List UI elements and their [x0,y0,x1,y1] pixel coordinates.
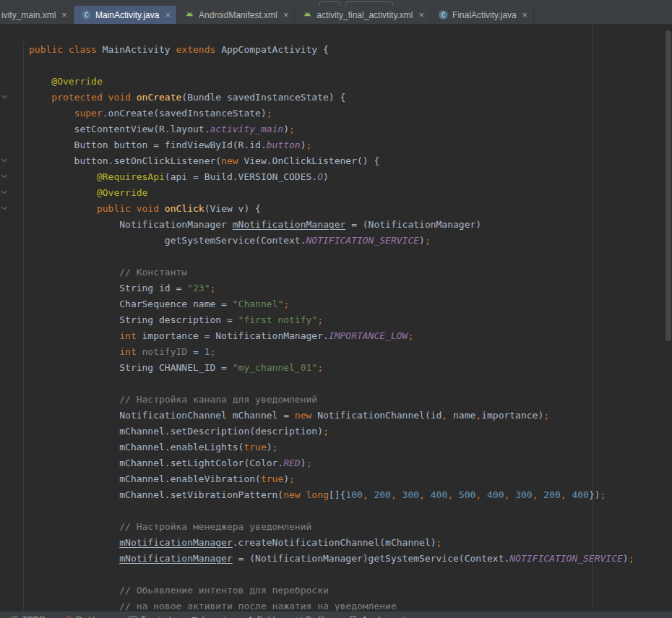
tab-close-icon[interactable]: × [61,10,67,20]
code-line[interactable]: mChannel.setLightColor(Color.RED); [0,455,665,471]
scrollbar-thumb[interactable] [665,30,671,341]
code-line[interactable]: NotificationChannel mChannel = new Notif… [0,408,665,424]
code-text: // Настройка канала для уведомлений [24,392,317,408]
code-line[interactable]: String id = "23"; [0,280,665,296]
tab-label: AndroidManifest.xml [199,10,277,20]
tab-AndroidManifest.xml[interactable]: AndroidManifest.xml× [177,6,295,24]
gutter [0,535,24,551]
code-line[interactable]: mChannel.setVibrationPattern(new long[]{… [0,487,665,503]
code-line[interactable]: public void onClick(View v) { [0,201,665,217]
tab-activity_final_activtity.xml[interactable]: activity_final_activtity.xml× [295,6,431,24]
code-line[interactable]: public class MainActivity extends AppCom… [0,42,665,58]
tab-ivity_main.xml[interactable]: ivity_main.xml× [0,6,74,24]
code-editor[interactable]: public class MainActivity extends AppCom… [0,25,672,611]
code-line[interactable] [0,376,665,392]
code-text: mChannel.enableVibration(true); [24,471,295,487]
tab-FinalActivity.java[interactable]: CFinalActivity.java× [431,6,534,24]
code-line[interactable]: setContentView(R.layout.activity_main); [0,121,665,137]
gutter [0,598,24,611]
tool-window-button-logcat[interactable]: Logcat [190,615,226,618]
fold-chevron-icon[interactable] [1,173,8,180]
tool-window-button-app-inspection[interactable]: App Inspection [350,615,415,618]
editor-tab-bar: ivity_main.xml×CMainActivity.java×Androi… [0,6,672,25]
main-toolbar [0,0,672,6]
editor-scrollbar[interactable] [665,25,672,611]
code-line[interactable]: protected void onCreate(Bundle savedInst… [0,90,665,106]
tool-window-bar: TODOProblemsTerminalLogcatBuildProfilerA… [0,611,672,618]
tab-close-icon[interactable]: × [165,10,171,20]
code-line[interactable]: int notifyID = 1; [0,344,665,360]
code-text [24,503,29,519]
gutter [0,296,24,312]
tool-window-button-terminal[interactable]: Terminal [129,615,171,618]
tool-window-button-todo[interactable]: TODO [10,615,46,618]
fold-chevron-icon[interactable] [1,157,8,164]
code-text: String id = "23"; [24,280,215,296]
fold-chevron-icon[interactable] [1,93,8,100]
tool-window-label: Terminal [141,615,171,618]
gutter [0,169,24,185]
code-line[interactable]: mChannel.setDescription(description); [0,424,665,439]
todo-icon [10,615,19,618]
fold-chevron-icon[interactable] [1,205,8,212]
android-icon [302,9,313,20]
tool-window-label: App Inspection [362,615,415,618]
gutter [0,280,24,296]
code-text: NotificationManager mNotificationManager… [24,217,481,233]
tab-close-icon[interactable]: × [283,10,289,20]
tool-window-button-build[interactable]: Build [245,615,275,618]
gutter [0,121,24,137]
code-text: // Настройка менеджера уведомлений [24,519,311,535]
tab-MainActivity.java[interactable]: CMainActivity.java× [74,6,177,24]
gutter [0,583,24,598]
code-line[interactable]: // Настройка канала для уведомлений [0,392,665,408]
gutter [0,360,24,376]
code-area[interactable]: public class MainActivity extends AppCom… [0,25,665,611]
code-text: // Константы [24,265,187,280]
code-line[interactable]: @Override [0,74,665,90]
code-line[interactable]: mChannel.enableVibration(true); [0,471,665,487]
gutter [0,455,24,471]
gutter [0,567,24,583]
code-text: int importance = NotificationManager.IMP… [24,328,413,344]
code-line[interactable] [0,58,665,74]
code-text: mNotificationManager = (NotificationMana… [24,551,634,567]
code-line[interactable]: String CHANNEL_ID = "my_channel_01"; [0,360,665,376]
gutter [0,503,24,519]
code-line[interactable]: // Константы [0,265,665,280]
code-line[interactable]: NotificationManager mNotificationManager… [0,217,665,233]
code-line[interactable]: super.onCreate(savedInstanceState); [0,106,665,121]
tool-window-label: TODO [22,615,46,618]
code-line[interactable] [0,249,665,265]
code-text: int notifyID = 1; [24,344,215,360]
code-line[interactable]: int importance = NotificationManager.IMP… [0,328,665,344]
code-line[interactable]: // на новое активити после нажатия на ув… [0,598,665,611]
code-line[interactable] [0,567,665,583]
fold-chevron-icon[interactable] [1,189,8,196]
code-line[interactable]: @RequiresApi(api = Build.VERSION_CODES.O… [0,169,665,185]
code-line[interactable]: mChannel.enableLights(true); [0,439,665,455]
code-line[interactable]: // Обьявление интентов для переброски [0,583,665,598]
tool-window-button-problems[interactable]: Problems [64,615,110,618]
code-line[interactable] [0,503,665,519]
code-line[interactable]: Button button = findViewById(R.id.button… [0,137,665,153]
gutter [0,424,24,439]
code-line[interactable]: @Override [0,185,665,201]
tab-close-icon[interactable]: × [419,10,425,20]
tab-close-icon[interactable]: × [522,10,528,20]
code-line[interactable]: // Настройка менеджера уведомлений [0,519,665,535]
code-line[interactable]: CharSequence name = "Channel"; [0,296,665,312]
code-line[interactable]: getSystemService(Context.NOTIFICATION_SE… [0,233,665,249]
code-text [24,249,29,265]
code-text: CharSequence name = "Channel"; [24,296,289,312]
tab-label: activity_final_activtity.xml [316,10,413,20]
code-text [24,376,29,392]
tool-window-label: Problems [77,615,110,618]
code-text [24,58,29,74]
code-line[interactable]: String description = "first notify"; [0,312,665,328]
code-line[interactable]: mNotificationManager = (NotificationMana… [0,551,665,567]
tool-window-button-profiler[interactable]: Profiler [293,615,331,618]
code-text [24,567,29,583]
code-line[interactable]: mNotificationManager.createNotificationC… [0,535,665,551]
code-line[interactable]: button.setOnClickListener(new View.OnCli… [0,153,665,169]
